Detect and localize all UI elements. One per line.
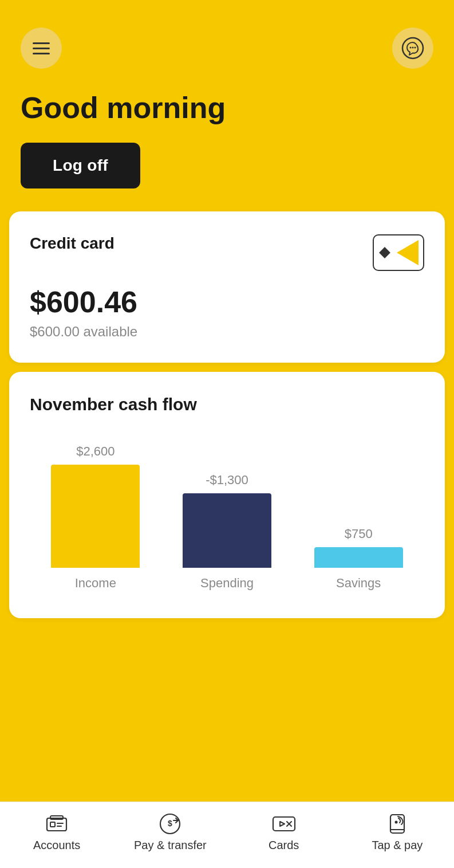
savings-label: Savings: [336, 576, 381, 591]
logoff-button[interactable]: Log off: [21, 143, 140, 188]
menu-line-1: [33, 42, 50, 44]
tap-pay-label: Tap & pay: [372, 839, 423, 852]
credit-card-title: Credit card: [30, 234, 115, 253]
spending-value: -$1,300: [206, 473, 248, 488]
spending-bar-wrapper: [161, 493, 293, 568]
svg-point-18: [394, 821, 397, 824]
cashflow-widget: November cash flow $2,600 Income -$1,300: [9, 372, 445, 618]
tap-pay-icon: [385, 814, 410, 834]
cards-icon: [271, 814, 297, 834]
spending-bar: [183, 493, 271, 568]
nav-accounts[interactable]: Accounts: [0, 814, 113, 852]
savings-value: $750: [345, 527, 373, 541]
credit-card-widget[interactable]: Credit card $600.46 $600.00 available: [9, 211, 445, 363]
spending-label: Spending: [200, 576, 254, 591]
svg-text:$: $: [168, 819, 172, 828]
menu-button[interactable]: [21, 28, 62, 69]
income-column: $2,600 Income: [30, 444, 161, 591]
svg-point-3: [414, 47, 416, 49]
menu-line-3: [33, 53, 50, 54]
greeting-section: Good morning Log off: [0, 80, 454, 211]
income-label: Income: [75, 576, 116, 591]
savings-bar-wrapper: [293, 547, 424, 568]
pay-transfer-icon: $: [157, 814, 183, 834]
income-bar: [51, 465, 140, 568]
accounts-label: Accounts: [33, 839, 80, 852]
greeting-title: Good morning: [21, 92, 433, 124]
nav-pay-transfer[interactable]: $ Pay & transfer: [113, 814, 227, 852]
credit-card-icon: [373, 234, 424, 271]
nav-tap-pay[interactable]: Tap & pay: [341, 814, 454, 852]
diamond-shape: [379, 247, 390, 258]
avatar-chat-button[interactable]: [392, 28, 433, 69]
savings-bar: [314, 547, 403, 568]
credit-card-available: $600.00 available: [30, 324, 424, 340]
credit-card-header: Credit card: [30, 234, 424, 271]
cards-section: Credit card $600.46 $600.00 available No…: [0, 211, 454, 802]
cards-label: Cards: [269, 839, 299, 852]
cashflow-chart: $2,600 Income -$1,300 Spending $75: [30, 435, 424, 595]
bottom-nav: Accounts $ Pay & transfer: [0, 802, 454, 868]
app-container: Good morning Log off Credit card $600.46…: [0, 0, 454, 868]
svg-point-2: [412, 47, 414, 49]
savings-column: $750 Savings: [293, 527, 424, 591]
income-bar-wrapper: [30, 465, 161, 568]
arrow-shape: [397, 240, 419, 265]
avatar-chat-icon: [401, 37, 424, 60]
svg-marker-13: [280, 822, 285, 826]
accounts-icon: [44, 814, 69, 834]
credit-card-amount: $600.46: [30, 285, 424, 319]
cashflow-title: November cash flow: [30, 395, 424, 414]
svg-point-1: [410, 47, 412, 49]
spending-column: -$1,300 Spending: [161, 473, 293, 591]
menu-line-2: [33, 48, 50, 49]
svg-rect-6: [50, 822, 55, 827]
header: [0, 0, 454, 80]
pay-transfer-label: Pay & transfer: [134, 839, 207, 852]
income-value: $2,600: [76, 444, 115, 459]
nav-cards[interactable]: Cards: [227, 814, 341, 852]
